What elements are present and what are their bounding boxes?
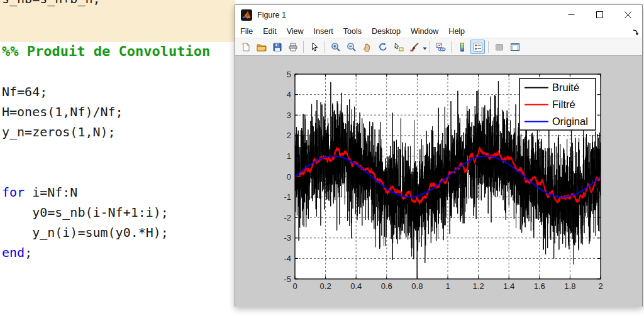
link-plots-button[interactable] [433, 40, 448, 54]
print-figure-button[interactable] [286, 40, 300, 54]
zoom-in-icon [331, 42, 341, 52]
code-line[interactable]: end; [2, 242, 241, 263]
insert-colorbar-icon [457, 42, 467, 52]
y-tick-label: -4 [284, 254, 291, 263]
y-tick-label: -3 [284, 233, 291, 242]
code-line[interactable] [2, 62, 241, 82]
minimize-button[interactable] [557, 5, 586, 25]
code-segment-section: %% Produit de Convolution [2, 43, 210, 59]
legend[interactable]: BruitéFiltréOriginal [519, 79, 596, 130]
code-line[interactable]: for i=Nf:N [2, 182, 241, 202]
code-line-clipped: s_nb=s_n+b_n; [2, 0, 101, 12]
rotate-3d-button[interactable] [375, 40, 390, 54]
brush-icon [409, 42, 419, 52]
close-icon [625, 9, 631, 21]
code-segment-plain: ; [25, 245, 32, 260]
save-figure-button[interactable] [270, 40, 284, 54]
matlab-logo-icon [241, 9, 252, 21]
menu-edit[interactable]: Edit [258, 27, 282, 36]
code-segment-keyword: for [2, 185, 25, 200]
code-line[interactable]: H=ones(1,Nf)/Nf; [2, 102, 241, 122]
menu-desktop[interactable]: Desktop [367, 27, 406, 36]
code-lines: %% Produit de ConvolutionNf=64;H=ones(1,… [2, 41, 241, 263]
menu-file[interactable]: File [235, 27, 258, 36]
code-segment-plain: y0=s_nb(i-Nf+1:i); [2, 205, 169, 220]
code-segment-plain: i=Nf:N [25, 185, 77, 200]
hide-plot-tools-button [492, 40, 506, 54]
code-segment-keyword: end [2, 245, 25, 260]
code-segment-plain: Nf=64; [2, 84, 47, 99]
code-line[interactable] [2, 162, 241, 182]
toolbar-separator [303, 41, 304, 53]
menu-window[interactable]: Window [406, 27, 443, 36]
toolbar-separator [451, 41, 452, 53]
pointer-button[interactable] [307, 40, 321, 54]
data-cursor-icon [394, 42, 404, 52]
rotate-3d-icon [378, 42, 388, 52]
brush-dropdown-caret-icon[interactable] [423, 41, 427, 53]
y-tick-label: -2 [284, 213, 291, 222]
insert-legend-icon [473, 42, 483, 52]
x-tick-label: 0 [292, 281, 297, 291]
code-line[interactable] [2, 142, 241, 162]
close-button[interactable] [614, 5, 642, 25]
y-tick-label: 1 [287, 151, 291, 161]
new-figure-button[interactable] [238, 40, 253, 54]
y-tick-label: 5 [287, 70, 291, 79]
x-tick-label: 1.2 [473, 281, 484, 291]
show-plot-tools-button[interactable] [508, 40, 522, 54]
toolbar-separator [325, 41, 325, 53]
code-segment-plain: y_n(i)=sum(y0.*H); [2, 225, 169, 240]
code-line[interactable]: %% Produit de Convolution [2, 41, 241, 62]
x-tick-label: 2 [598, 281, 602, 291]
x-tick-label: 1.4 [503, 281, 514, 291]
window-controls [557, 5, 642, 25]
zoom-in-button[interactable] [328, 40, 343, 54]
code-segment-plain: y_n=zeros(1,N); [2, 124, 116, 139]
figure-canvas[interactable]: 00.20.40.60.811.21.41.61.82-5-4-3-2-1012… [235, 56, 642, 307]
menu-insert[interactable]: Insert [309, 27, 338, 36]
zoom-out-button[interactable] [344, 40, 358, 54]
figure-toolbar [235, 38, 642, 56]
title-bar[interactable]: Figure 1 [235, 5, 642, 25]
show-plot-tools-icon [510, 42, 520, 52]
new-figure-icon [241, 42, 251, 52]
insert-colorbar-button[interactable] [455, 40, 469, 54]
plot-area[interactable]: 00.20.40.60.811.21.41.61.82-5-4-3-2-1012… [235, 56, 642, 307]
open-file-button[interactable] [254, 40, 269, 54]
menu-bar: FileEditViewInsertToolsDesktopWindowHelp [235, 25, 642, 38]
menu-view[interactable]: View [282, 27, 309, 36]
maximize-button[interactable] [586, 5, 614, 25]
code-line[interactable]: y_n=zeros(1,N); [2, 122, 241, 142]
minimize-icon [568, 9, 575, 21]
pan-hand-button[interactable] [360, 40, 374, 54]
x-tick-label: 0.4 [350, 281, 362, 291]
x-tick-label: 1.8 [564, 281, 575, 291]
window-title: Figure 1 [257, 11, 286, 19]
code-line[interactable]: Nf=64; [2, 82, 241, 102]
pointer-icon [309, 42, 319, 52]
dock-figure-icon[interactable] [632, 27, 639, 38]
code-segment-plain: H=ones(1,Nf)/Nf; [2, 104, 123, 119]
maximize-icon [596, 9, 603, 21]
print-figure-icon [288, 42, 298, 52]
brush-button[interactable] [407, 40, 421, 54]
y-tick-label: 4 [287, 90, 291, 99]
x-tick-label: 0.2 [320, 281, 331, 291]
legend-label: Filtré [552, 99, 575, 110]
y-tick-label: 3 [287, 111, 291, 120]
y-tick-label: -1 [284, 192, 291, 202]
legend-label: Bruité [552, 82, 579, 93]
y-tick-label: 2 [287, 131, 291, 140]
save-figure-icon [272, 42, 282, 52]
data-cursor-button[interactable] [391, 40, 406, 54]
menu-tools[interactable]: Tools [338, 27, 367, 36]
menu-help[interactable]: Help [443, 27, 470, 36]
pan-hand-icon [362, 42, 372, 52]
hide-plot-tools-icon [494, 42, 504, 52]
insert-legend-button[interactable] [470, 40, 485, 54]
code-line[interactable]: y_n(i)=sum(y0.*H); [2, 222, 241, 242]
x-tick-label: 1.6 [534, 281, 545, 291]
toolbar-separator [430, 41, 430, 53]
code-line[interactable]: y0=s_nb(i-Nf+1:i); [2, 202, 241, 222]
